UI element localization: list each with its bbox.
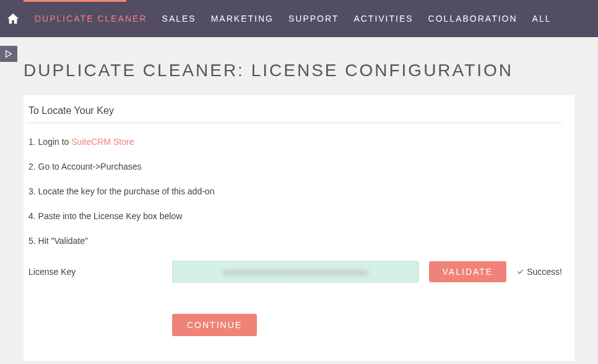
nav-activities[interactable]: Activities (346, 14, 420, 24)
nav-marketing[interactable]: Marketing (204, 14, 281, 24)
expand-sidebar-button[interactable] (0, 46, 17, 62)
license-key-label: License Key (28, 267, 172, 277)
main-content: Duplicate Cleaner: License Configuration… (0, 37, 598, 361)
check-icon (516, 268, 524, 276)
step-2: 2. Go to Account->Purchases (26, 162, 562, 171)
play-icon (4, 50, 13, 58)
step-5: 5. Hit "Validate" (26, 236, 562, 246)
nav-sales[interactable]: Sales (155, 14, 204, 24)
home-icon[interactable] (6, 12, 20, 25)
step-3: 3. Locate the key for the purchase of th… (26, 186, 562, 196)
license-row: License Key xxxxxxxxxxxxxxxxxxxxxxxxxxxx… (26, 261, 562, 283)
nav-all[interactable]: All (525, 14, 559, 24)
continue-row: Continue (26, 314, 562, 336)
step-4: 4. Paste into the License Key box below (26, 211, 562, 221)
validate-button[interactable]: Validate (429, 261, 507, 282)
suitecrm-store-link[interactable]: SuiteCRM Store (71, 137, 134, 147)
continue-button[interactable]: Continue (172, 314, 257, 336)
top-nav-bar: Duplicate Cleaner Sales Marketing Suppor… (0, 0, 598, 37)
nav-support[interactable]: Support (281, 14, 346, 24)
license-key-input[interactable]: xxxxxxxxxxxxxxxxxxxxxxxxxxxxxxxxxxxx (172, 261, 419, 283)
step-1: 1. Login to SuiteCRM Store (26, 137, 562, 147)
nav-collaboration[interactable]: Collaboration (421, 14, 525, 24)
license-key-value: xxxxxxxxxxxxxxxxxxxxxxxxxxxxxxxxxxxx (223, 267, 368, 277)
nav-duplicate-cleaner[interactable]: Duplicate Cleaner (27, 14, 155, 24)
page-title: Duplicate Cleaner: License Configuration (24, 61, 574, 80)
success-indicator: Success! (516, 267, 562, 277)
active-tab-indicator (24, 0, 126, 2)
license-panel: To Locate Your Key 1. Login to SuiteCRM … (24, 95, 574, 361)
success-label: Success! (527, 267, 562, 277)
step-1-prefix: 1. Login to (28, 137, 71, 147)
section-title: To Locate Your Key (26, 105, 562, 123)
